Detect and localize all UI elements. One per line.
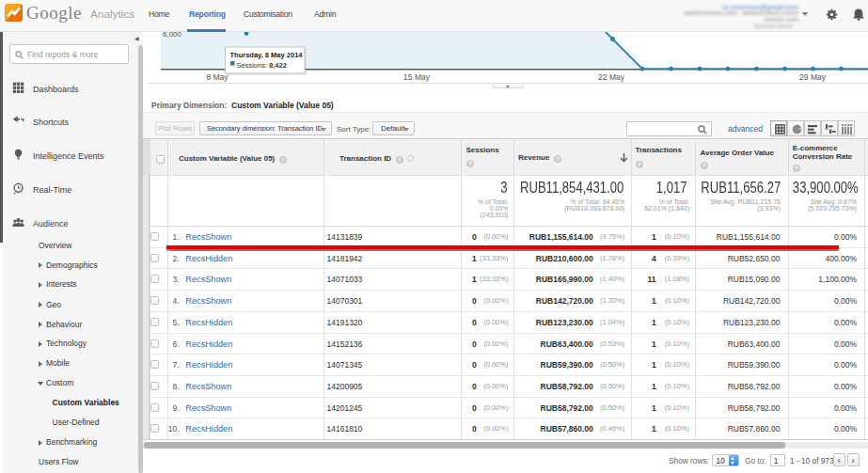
svg-text:15 May: 15 May [403, 72, 431, 82]
svg-text:29 May: 29 May [799, 72, 827, 82]
svg-text:22 May: 22 May [598, 72, 625, 82]
svg-text:6,000: 6,000 [163, 32, 182, 39]
svg-text:Sessions: 8,422: Sessions: 8,422 [237, 61, 287, 70]
svg-text:Thursday, 8 May 2014: Thursday, 8 May 2014 [230, 51, 304, 59]
